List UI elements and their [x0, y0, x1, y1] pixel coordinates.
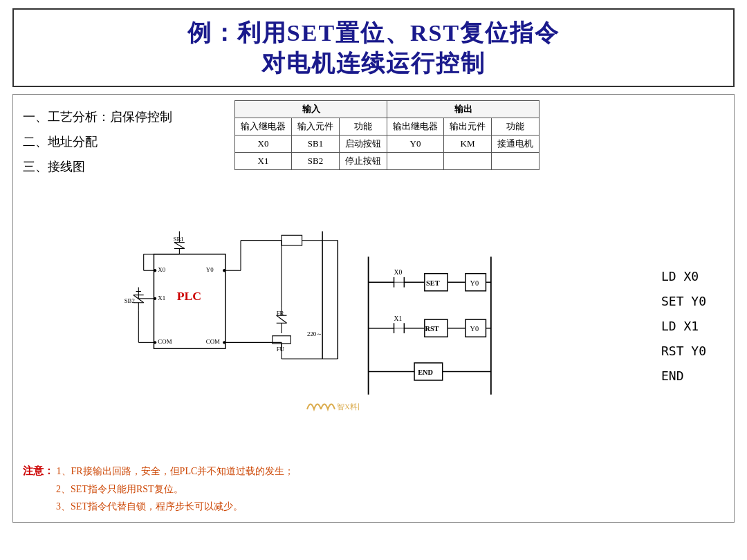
svg-text:X1: X1: [394, 315, 403, 322]
col-input-function: 功能: [340, 118, 387, 136]
text-item-1: 一、工艺分析：启保停控制: [23, 104, 172, 129]
col-input-element: 输入元件: [292, 118, 340, 136]
svg-text:FU: FU: [277, 346, 285, 353]
svg-text:PLC: PLC: [177, 289, 201, 303]
code-line-5: END: [661, 364, 706, 389]
row2-col6: [492, 153, 540, 170]
notes-line1: 注意： 1、FR接输出回路，安全，但PLC并不知道过载的发生；: [23, 462, 724, 480]
title-line2: 对电机连续运行控制: [28, 48, 719, 79]
svg-rect-36: [282, 236, 302, 246]
address-table: 输入 输出 输入继电器 输入元件 功能 输出继电器 输出元件 功能 X0 SB1…: [234, 100, 540, 170]
col-output-element: 输出元件: [444, 118, 492, 136]
watermark: 智X料网: [304, 395, 359, 419]
note-item-1: 1、FR接输出回路，安全，但PLC并不知道过载的发生；: [57, 466, 295, 476]
title-line1: 例：利用SET置位、RST复位指令: [28, 18, 719, 48]
row2-col5: [444, 153, 492, 170]
code-line-2: SET Y0: [661, 289, 706, 314]
note-item-3: 3、SET指令代替自锁，程序步长可以减少。: [23, 498, 724, 515]
text-item-3: 三、接线图: [23, 154, 172, 179]
left-text-block: 一、工艺分析：启保停控制 二、地址分配 三、接线图: [23, 104, 172, 179]
svg-text:Y0: Y0: [206, 267, 214, 274]
svg-text:智X料网: 智X料网: [337, 402, 359, 411]
svg-text:Y0: Y0: [470, 325, 479, 333]
svg-text:SB1: SB1: [174, 236, 184, 243]
code-line-3: LD X1: [661, 314, 706, 339]
main-content: 一、工艺分析：启保停控制 二、地址分配 三、接线图 输入 输出 输入继电器 输入…: [12, 94, 735, 523]
row1-col6: 接通电机: [492, 136, 540, 153]
table-output-header: 输出: [387, 101, 540, 118]
col-output-relay: 输出继电器: [387, 118, 444, 136]
code-line-1: LD X0: [661, 264, 706, 289]
svg-text:END: END: [418, 368, 433, 376]
row1-col5: KM: [444, 136, 492, 153]
col-output-function: 功能: [492, 118, 540, 136]
svg-line-16: [174, 243, 185, 249]
svg-text:SET: SET: [426, 279, 440, 287]
row1-col3: 启动按钮: [340, 136, 387, 153]
svg-text:X0: X0: [394, 269, 403, 277]
text-item-2: 二、地址分配: [23, 129, 172, 154]
code-line-4: RST Y0: [661, 339, 706, 364]
svg-text:X0: X0: [158, 267, 165, 274]
svg-text:SB2: SB2: [124, 297, 135, 304]
row2-col1: X1: [235, 153, 292, 170]
svg-text:RST: RST: [425, 325, 439, 333]
svg-text:COM: COM: [206, 338, 220, 345]
diagram-area: PLC X0 X1 Y0 COM COM SB1: [13, 226, 734, 425]
table-input-header: 输入: [235, 101, 387, 118]
title-box: 例：利用SET置位、RST复位指令 对电机连续运行控制: [12, 8, 735, 87]
note-item-2: 2、SET指令只能用RST复位。: [23, 480, 724, 498]
row1-col4: Y0: [387, 136, 444, 153]
notes-label: 注意：: [23, 465, 54, 476]
row1-col1: X0: [235, 136, 292, 153]
notes-section: 注意： 1、FR接输出回路，安全，但PLC并不知道过载的发生； 2、SET指令只…: [23, 462, 724, 515]
col-input-relay: 输入继电器: [235, 118, 292, 136]
svg-text:X1: X1: [158, 295, 165, 301]
instruction-code: LD X0 SET Y0 LD X1 RST Y0 END: [661, 264, 706, 389]
row1-col2: SB1: [292, 136, 340, 153]
svg-text:220～: 220～: [307, 330, 322, 337]
svg-text:COM: COM: [158, 338, 172, 345]
svg-text:Y0: Y0: [470, 279, 479, 287]
row2-col3: 停止按钮: [340, 153, 387, 170]
row2-col4: [387, 153, 444, 170]
row2-col2: SB2: [292, 153, 340, 170]
circuit-diagram: PLC X0 X1 Y0 COM COM SB1: [13, 226, 734, 425]
